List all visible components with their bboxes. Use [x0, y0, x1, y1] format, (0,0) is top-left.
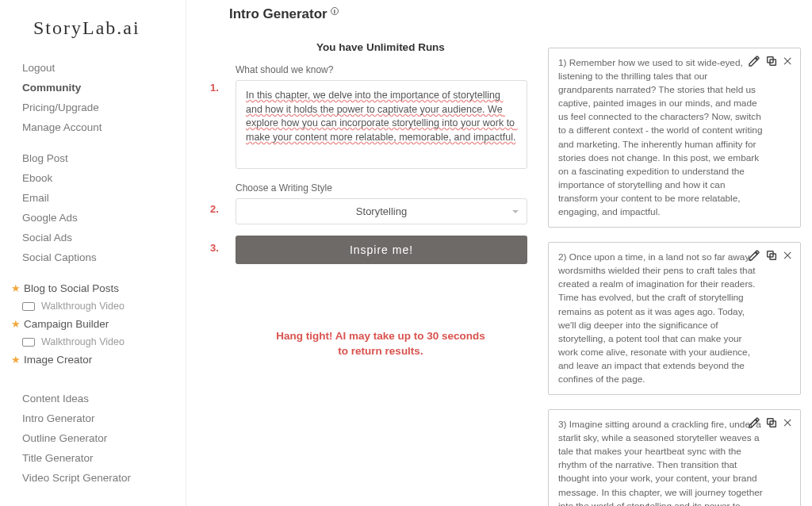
edit-icon[interactable] [748, 416, 760, 429]
results-column: 1) Remember how we used to sit wide-eyed… [548, 6, 801, 506]
nav-group-featured: ★ Blog to Social Posts Walkthrough Video… [0, 278, 186, 370]
nav-community[interactable]: Community [0, 78, 186, 98]
star-icon: ★ [11, 354, 21, 366]
nav-google-ads[interactable]: Google Ads [0, 208, 186, 228]
video-icon [22, 338, 35, 347]
writing-style-select[interactable]: Storytelling [236, 198, 527, 224]
nav-blog-post[interactable]: Blog Post [0, 148, 186, 168]
nav-sub-label: Walkthrough Video [41, 301, 124, 312]
info-icon[interactable]: i [331, 7, 339, 15]
nav-ebook[interactable]: Ebook [0, 168, 186, 188]
result-card-3: 3) Imagine sitting around a crackling fi… [548, 409, 801, 506]
video-icon [22, 302, 35, 311]
result-text: 1) Remember how we used to sit wide-eyed… [558, 57, 763, 217]
field2-label: Choose a Writing Style [236, 182, 527, 194]
nav-image-creator[interactable]: ★ Image Creator [0, 350, 186, 370]
nav-group-tools2: Content Ideas Intro Generator Outline Ge… [0, 389, 186, 488]
card-actions [748, 249, 794, 262]
nav-group-account: Logout Community Pricing/Upgrade Manage … [0, 58, 186, 137]
nav-label: Image Creator [24, 354, 92, 366]
runs-label: You have Unlimited Runs [234, 41, 527, 53]
nav-outline-generator[interactable]: Outline Generator [0, 428, 186, 448]
result-card-2: 2) Once upon a time, in a land not so fa… [548, 242, 801, 395]
close-icon[interactable] [783, 56, 794, 67]
form-column: Intro Generator i You have Unlimited Run… [234, 6, 527, 506]
nav-pricing[interactable]: Pricing/Upgrade [0, 98, 186, 117]
brand-logo: StoryLab.ai [0, 14, 186, 58]
result-text: 3) Imagine sitting around a crackling fi… [558, 419, 763, 506]
nav-video-script-generator[interactable]: Video Script Generator [0, 468, 186, 488]
nav-sub-label: Walkthrough Video [41, 336, 124, 347]
step-3-row: 3. Inspire me! [234, 236, 527, 264]
nav-label: Campaign Builder [24, 318, 109, 330]
nav-logout[interactable]: Logout [0, 58, 186, 78]
nav-walkthrough-1[interactable]: Walkthrough Video [0, 298, 186, 314]
step-number-2: 2. [210, 203, 221, 215]
wait-message: Hang tight! AI may take up to 30 seconds… [234, 329, 527, 359]
nav-social-ads[interactable]: Social Ads [0, 228, 186, 247]
sidebar: StoryLab.ai Logout Community Pricing/Upg… [0, 0, 186, 506]
star-icon: ★ [11, 318, 21, 330]
inspire-button[interactable]: Inspire me! [236, 236, 527, 264]
context-input[interactable] [236, 80, 527, 169]
edit-icon[interactable] [748, 55, 760, 67]
step-2-row: 2. Choose a Writing Style Storytelling [234, 182, 527, 224]
card-actions [748, 55, 794, 67]
nav-label: Blog to Social Posts [24, 282, 119, 294]
nav-blog-to-social[interactable]: ★ Blog to Social Posts [0, 278, 186, 298]
copy-icon[interactable] [765, 416, 778, 429]
step-number-1: 1. [210, 82, 221, 94]
copy-icon[interactable] [765, 249, 778, 262]
result-text: 2) Once upon a time, in a land not so fa… [558, 251, 756, 385]
nav-email[interactable]: Email [0, 188, 186, 208]
nav-content-ideas[interactable]: Content Ideas [0, 389, 186, 408]
main-content: Intro Generator i You have Unlimited Run… [186, 0, 812, 506]
card-actions [748, 416, 794, 429]
nav-manage-account[interactable]: Manage Account [0, 117, 186, 137]
edit-icon[interactable] [748, 249, 760, 262]
close-icon[interactable] [783, 417, 794, 428]
step-number-3: 3. [210, 242, 221, 254]
nav-intro-generator[interactable]: Intro Generator [0, 408, 186, 428]
star-icon: ★ [11, 282, 21, 294]
nav-title-generator[interactable]: Title Generator [0, 448, 186, 468]
nav-social-captions[interactable]: Social Captions [0, 247, 186, 267]
step-1-row: 1. What should we know? [234, 64, 527, 171]
page-title: Intro Generator i [229, 6, 527, 22]
field1-label: What should we know? [236, 64, 527, 75]
nav-group-tools1: Blog Post Ebook Email Google Ads Social … [0, 148, 186, 267]
result-card-1: 1) Remember how we used to sit wide-eyed… [548, 48, 801, 228]
copy-icon[interactable] [765, 55, 778, 67]
nav-walkthrough-2[interactable]: Walkthrough Video [0, 334, 186, 350]
close-icon[interactable] [783, 250, 794, 261]
nav-campaign-builder[interactable]: ★ Campaign Builder [0, 314, 186, 334]
